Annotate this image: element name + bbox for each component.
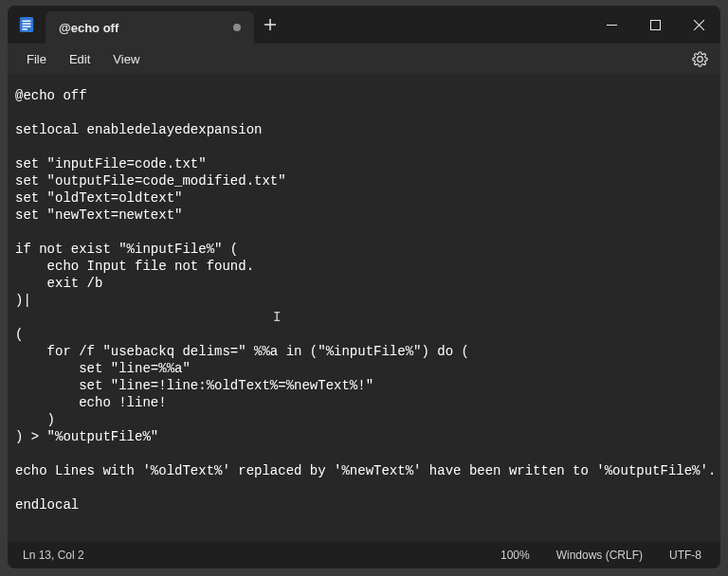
svg-rect-3	[23, 26, 31, 27]
window: @echo off File Edit View	[8, 6, 720, 568]
new-tab-button[interactable]	[254, 6, 286, 44]
menu-edit[interactable]: Edit	[58, 47, 101, 71]
menu-view[interactable]: View	[101, 47, 151, 71]
minimize-icon	[607, 20, 617, 30]
status-eol[interactable]: Windows (CRLF)	[543, 542, 656, 568]
titlebar: @echo off	[8, 6, 720, 44]
tab-dirty-indicator-icon	[233, 24, 241, 31]
close-icon	[694, 20, 704, 30]
maximize-button[interactable]	[633, 6, 677, 44]
editor-content: @echo off setlocal enabledelayedexpansio…	[15, 88, 716, 513]
maximize-icon	[650, 20, 661, 30]
menu-file[interactable]: File	[15, 47, 58, 71]
svg-rect-5	[607, 25, 617, 26]
app-icon	[8, 6, 46, 44]
settings-button[interactable]	[686, 45, 713, 72]
svg-rect-4	[23, 28, 27, 29]
status-zoom[interactable]: 100%	[487, 542, 543, 568]
svg-rect-2	[23, 23, 31, 24]
gear-icon	[692, 51, 708, 67]
text-ibeam-cursor-icon: I	[273, 308, 281, 323]
svg-rect-1	[23, 21, 31, 22]
plus-icon	[264, 19, 276, 30]
editor-area[interactable]: @echo off setlocal enabledelayedexpansio…	[8, 74, 720, 542]
status-caret-position[interactable]: Ln 13, Col 2	[13, 549, 94, 562]
statusbar: Ln 13, Col 2 100% Windows (CRLF) UTF-8	[8, 542, 720, 568]
tab-active[interactable]: @echo off	[46, 11, 254, 44]
svg-rect-6	[650, 20, 660, 29]
menubar: File Edit View	[8, 44, 720, 74]
close-button[interactable]	[677, 6, 720, 44]
status-encoding[interactable]: UTF-8	[656, 542, 715, 568]
window-controls	[590, 6, 720, 44]
svg-rect-0	[20, 17, 33, 32]
minimize-button[interactable]	[590, 6, 633, 44]
tab-title: @echo off	[59, 21, 118, 35]
